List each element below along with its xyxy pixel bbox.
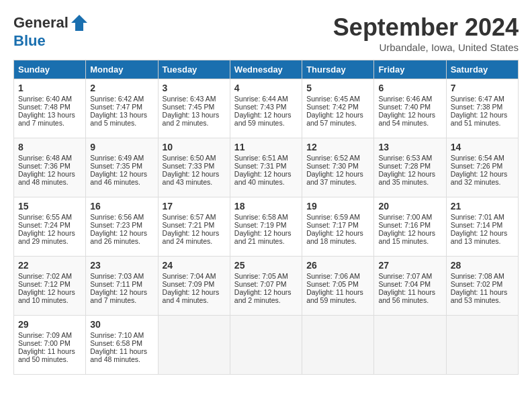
sunset: Sunset: 7:23 PM: [90, 221, 142, 229]
calendar-cell: 8Sunrise: 6:48 AMSunset: 7:36 PMDaylight…: [14, 138, 86, 197]
daylight: Daylight: 12 hours and 24 minutes.: [163, 229, 220, 245]
daylight: Daylight: 12 hours and 54 minutes.: [378, 111, 435, 127]
day-number: 12: [306, 142, 369, 152]
sunrise: Sunrise: 6:52 AM: [306, 154, 360, 162]
calendar-cell: [446, 316, 518, 375]
calendar-cell: 18Sunrise: 6:58 AMSunset: 7:19 PMDayligh…: [230, 197, 302, 257]
sunset: Sunset: 7:30 PM: [306, 162, 359, 170]
sunrise: Sunrise: 7:07 AM: [378, 272, 432, 280]
daylight: Daylight: 12 hours and 7 minutes.: [90, 288, 147, 304]
sunrise: Sunrise: 6:46 AM: [378, 95, 432, 103]
calendar-week-row: 22Sunrise: 7:02 AMSunset: 7:12 PMDayligh…: [14, 257, 519, 316]
sunset: Sunset: 7:28 PM: [378, 162, 431, 170]
sunrise: Sunrise: 6:53 AM: [378, 154, 432, 162]
sunset: Sunset: 7:35 PM: [90, 162, 142, 170]
sunrise: Sunrise: 6:48 AM: [18, 154, 72, 162]
calendar-cell: 12Sunrise: 6:52 AMSunset: 7:30 PMDayligh…: [302, 138, 374, 197]
sunset: Sunset: 7:36 PM: [18, 162, 71, 170]
sunrise: Sunrise: 7:00 AM: [378, 213, 432, 221]
sunrise: Sunrise: 7:08 AM: [451, 272, 504, 280]
daylight: Daylight: 12 hours and 35 minutes.: [378, 170, 435, 186]
sunrise: Sunrise: 6:50 AM: [163, 154, 216, 162]
sunset: Sunset: 7:48 PM: [18, 103, 71, 111]
sunset: Sunset: 7:14 PM: [451, 221, 503, 229]
calendar-week-row: 8Sunrise: 6:48 AMSunset: 7:36 PMDaylight…: [14, 138, 519, 197]
calendar-cell: 1Sunrise: 6:40 AMSunset: 7:48 PMDaylight…: [14, 79, 86, 138]
daylight: Daylight: 13 hours and 5 minutes.: [90, 111, 147, 127]
calendar-cell: 14Sunrise: 6:54 AMSunset: 7:26 PMDayligh…: [446, 138, 518, 197]
day-number: 4: [234, 83, 298, 93]
daylight: Daylight: 12 hours and 4 minutes.: [163, 288, 220, 304]
calendar-body: 1Sunrise: 6:40 AMSunset: 7:48 PMDaylight…: [14, 79, 519, 375]
sunset: Sunset: 7:47 PM: [90, 103, 142, 111]
daylight: Daylight: 12 hours and 32 minutes.: [451, 170, 508, 186]
calendar-cell: 25Sunrise: 7:05 AMSunset: 7:07 PMDayligh…: [230, 257, 302, 316]
logo-blue: Blue: [13, 32, 46, 49]
day-number: 20: [378, 201, 441, 212]
sunrise: Sunrise: 6:44 AM: [234, 95, 288, 103]
daylight: Daylight: 12 hours and 18 minutes.: [306, 229, 363, 245]
sunset: Sunset: 7:45 PM: [163, 103, 215, 111]
sunset: Sunset: 7:38 PM: [451, 103, 503, 111]
sunset: Sunset: 7:43 PM: [234, 103, 287, 111]
sunset: Sunset: 6:58 PM: [90, 339, 142, 347]
daylight: Daylight: 12 hours and 15 minutes.: [378, 229, 435, 245]
daylight: Daylight: 12 hours and 43 minutes.: [163, 170, 220, 186]
calendar-week-row: 1Sunrise: 6:40 AMSunset: 7:48 PMDaylight…: [14, 79, 519, 138]
sunset: Sunset: 7:11 PM: [90, 280, 142, 288]
day-number: 15: [18, 201, 81, 212]
calendar-cell: 13Sunrise: 6:53 AMSunset: 7:28 PMDayligh…: [374, 138, 446, 197]
logo: General Blue: [13, 13, 89, 50]
sunset: Sunset: 7:12 PM: [18, 280, 71, 288]
day-number: 29: [18, 319, 81, 330]
sunset: Sunset: 7:40 PM: [378, 103, 431, 111]
day-header-sunday: Sunday: [14, 60, 86, 79]
day-header-wednesday: Wednesday: [230, 60, 302, 79]
day-number: 21: [451, 201, 514, 212]
daylight: Daylight: 12 hours and 37 minutes.: [306, 170, 363, 186]
calendar-cell: [302, 316, 374, 375]
month-title: September 2024: [333, 13, 519, 42]
daylight: Daylight: 12 hours and 57 minutes.: [306, 111, 363, 127]
calendar-cell: 11Sunrise: 6:51 AMSunset: 7:31 PMDayligh…: [230, 138, 302, 197]
day-header-thursday: Thursday: [302, 60, 374, 79]
calendar-cell: 2Sunrise: 6:42 AMSunset: 7:47 PMDaylight…: [86, 79, 158, 138]
daylight: Daylight: 12 hours and 29 minutes.: [18, 229, 75, 245]
sunset: Sunset: 7:04 PM: [378, 280, 431, 288]
daylight: Daylight: 11 hours and 48 minutes.: [90, 347, 147, 363]
daylight: Daylight: 12 hours and 26 minutes.: [90, 229, 147, 245]
sunset: Sunset: 7:42 PM: [306, 103, 359, 111]
daylight: Daylight: 11 hours and 59 minutes.: [306, 288, 363, 304]
daylight: Daylight: 11 hours and 50 minutes.: [18, 347, 75, 363]
calendar-header-row: SundayMondayTuesdayWednesdayThursdayFrid…: [14, 60, 519, 79]
sunset: Sunset: 7:33 PM: [163, 162, 215, 170]
sunrise: Sunrise: 6:49 AM: [90, 154, 144, 162]
sunset: Sunset: 7:07 PM: [234, 280, 287, 288]
daylight: Daylight: 13 hours and 2 minutes.: [163, 111, 220, 127]
sunrise: Sunrise: 6:45 AM: [306, 95, 360, 103]
sunrise: Sunrise: 7:05 AM: [234, 272, 288, 280]
sunrise: Sunrise: 6:47 AM: [451, 95, 504, 103]
calendar-cell: 26Sunrise: 7:06 AMSunset: 7:05 PMDayligh…: [302, 257, 374, 316]
day-header-tuesday: Tuesday: [158, 60, 230, 79]
calendar-cell: 3Sunrise: 6:43 AMSunset: 7:45 PMDaylight…: [158, 79, 230, 138]
sunset: Sunset: 7:31 PM: [234, 162, 287, 170]
page-header: General Blue September 2024 Urbandale, I…: [13, 13, 519, 53]
sunset: Sunset: 7:26 PM: [451, 162, 503, 170]
day-number: 11: [234, 142, 298, 152]
sunrise: Sunrise: 6:43 AM: [163, 95, 216, 103]
sunrise: Sunrise: 6:55 AM: [18, 213, 72, 221]
sunrise: Sunrise: 6:51 AM: [234, 154, 288, 162]
sunset: Sunset: 7:05 PM: [306, 280, 359, 288]
sunrise: Sunrise: 6:59 AM: [306, 213, 360, 221]
svg-marker-0: [71, 15, 87, 31]
calendar-cell: 23Sunrise: 7:03 AMSunset: 7:11 PMDayligh…: [86, 257, 158, 316]
sunrise: Sunrise: 7:10 AM: [90, 331, 144, 339]
daylight: Daylight: 12 hours and 10 minutes.: [18, 288, 75, 304]
calendar-cell: 29Sunrise: 7:09 AMSunset: 7:00 PMDayligh…: [14, 316, 86, 375]
sunrise: Sunrise: 7:03 AM: [90, 272, 144, 280]
day-header-monday: Monday: [86, 60, 158, 79]
sunrise: Sunrise: 7:06 AM: [306, 272, 360, 280]
day-number: 23: [90, 260, 153, 271]
logo-icon: [70, 13, 89, 32]
